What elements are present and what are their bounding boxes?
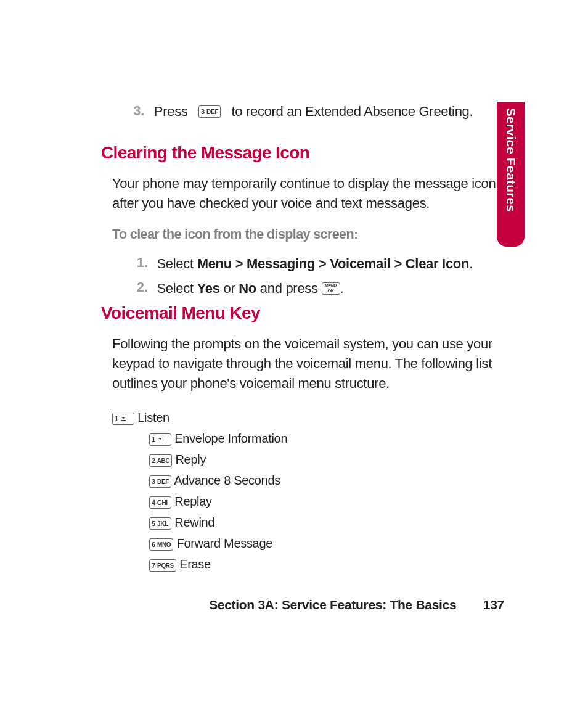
step-text-before: Press xyxy=(154,104,188,119)
tree-item-listen: 1 Listen xyxy=(112,407,499,428)
key-3def-icon: 3 DEF xyxy=(149,475,171,488)
tree-label: Forward Message xyxy=(177,536,273,550)
key-7pqrs-icon: 7 PQRS xyxy=(149,559,176,572)
page-footer: Section 3A: Service Features: The Basics… xyxy=(0,597,504,612)
step-3: 3. Press 3 DEF to record an Extended Abs… xyxy=(120,102,499,121)
tree-item: 1 Envelope Information xyxy=(149,428,499,449)
ordered-list-clear-icon: 1. Select Menu > Messaging > Voicemail >… xyxy=(123,255,499,297)
tree-item: 4 GHI Replay xyxy=(149,491,499,512)
footer-section: Section 3A: Service Features: The Basics xyxy=(209,597,456,612)
step-number: 2. xyxy=(123,279,148,295)
tree-label: Envelope Information xyxy=(174,432,287,445)
envelope-icon xyxy=(158,438,163,441)
key-menu-ok-icon: MENUOK xyxy=(322,282,340,295)
list-item: 2. Select Yes or No and press MENUOK. xyxy=(123,279,499,298)
subhead-clear-icon: To clear the icon from the display scree… xyxy=(112,227,499,242)
key-2abc-icon: 2 ABC xyxy=(149,454,172,467)
body-clearing-message-icon: Your phone may temporarily continue to d… xyxy=(112,174,499,213)
list-item: 1. Select Menu > Messaging > Voicemail >… xyxy=(123,255,499,273)
heading-clearing-message-icon: Clearing the Message Icon xyxy=(101,143,499,163)
manual-page: { "side_tab": { "label": "Service Featur… xyxy=(0,0,588,706)
step-text: Select Menu > Messaging > Voicemail > Cl… xyxy=(157,255,473,273)
tree-item: 2 ABC Reply xyxy=(149,449,499,470)
step-number: 1. xyxy=(123,255,148,271)
page-number: 137 xyxy=(483,597,504,612)
key-6mno-icon: 6 MNO xyxy=(149,538,173,551)
envelope-icon xyxy=(121,417,126,421)
body-voicemail-menu-key: Following the prompts on the voicemail s… xyxy=(112,334,499,393)
key-4ghi-icon: 4 GHI xyxy=(149,496,171,509)
tree-label: Rewind xyxy=(174,515,214,529)
side-tab-label: Service Features xyxy=(504,108,518,212)
step-text-after: to record an Extended Absence Greeting. xyxy=(231,104,473,119)
key-1-icon: 1 xyxy=(149,433,171,446)
page-content: 3. Press 3 DEF to record an Extended Abs… xyxy=(105,102,499,575)
tree-label: Advance 8 Seconds xyxy=(174,474,280,487)
tree-label: Replay xyxy=(174,495,211,508)
tree-item: 5 JKL Rewind xyxy=(149,512,499,533)
tree-item: 6 MNO Forward Message xyxy=(149,533,499,554)
key-1-icon: 1 xyxy=(112,413,134,425)
key-5jkl-icon: 5 JKL xyxy=(149,517,171,530)
tree-item: 3 DEF Advance 8 Seconds xyxy=(149,470,499,491)
step-text: Select Yes or No and press MENUOK. xyxy=(157,279,343,298)
tree-label: Reply xyxy=(175,453,206,466)
key-3def-icon: 3 DEF xyxy=(198,105,221,118)
voicemail-menu-tree: 1 Listen 1 Envelope Information 2 ABC Re… xyxy=(112,407,499,575)
side-tab-service-features: Service Features xyxy=(497,102,525,247)
heading-voicemail-menu-key: Voicemail Menu Key xyxy=(101,303,499,323)
tree-item: 7 PQRS Erase xyxy=(149,554,499,575)
tree-label: Listen xyxy=(137,411,169,424)
tree-label: Erase xyxy=(179,557,211,571)
step-number: 3. xyxy=(120,102,144,120)
